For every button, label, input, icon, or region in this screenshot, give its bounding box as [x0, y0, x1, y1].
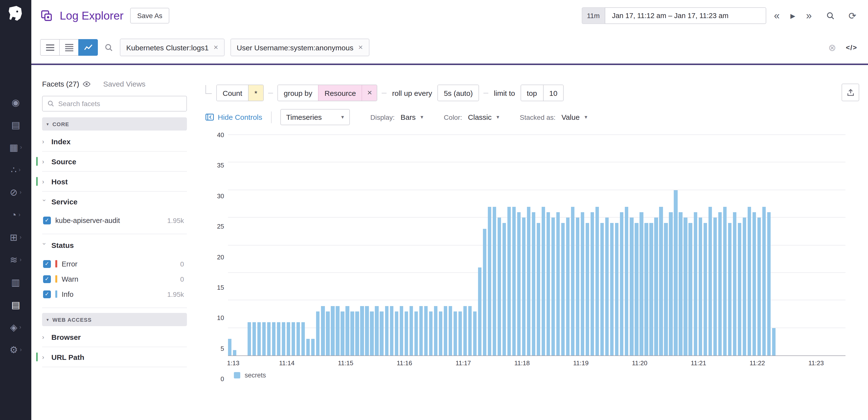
checkbox-checked-icon[interactable]: ✓: [43, 216, 51, 224]
chart-bar: [297, 322, 300, 355]
display-dropdown[interactable]: Bars ▾: [401, 113, 423, 121]
facet-value-row[interactable]: ✓Error0: [43, 256, 185, 271]
filter-chip[interactable]: Kubernetes Cluster:logs1×: [120, 39, 225, 56]
side-by-side-view-button[interactable]: [59, 39, 79, 56]
chart-bar: [483, 229, 486, 355]
limit-mode-button[interactable]: top: [521, 85, 543, 101]
datadog-logo[interactable]: [5, 3, 26, 25]
checkbox-checked-icon[interactable]: ✓: [43, 275, 51, 283]
chart-legend[interactable]: secrets: [228, 371, 845, 379]
facet-row-browser[interactable]: ›Browser: [42, 327, 187, 347]
legend-swatch: [234, 372, 240, 379]
rollup-value-button[interactable]: 5s (auto): [438, 85, 478, 101]
sidebar-item-security[interactable]: ◈›: [0, 321, 31, 333]
stacked-as-dropdown[interactable]: Value ▾: [561, 113, 587, 121]
facet-row-status[interactable]: ›Status: [42, 235, 187, 255]
time-forward-button[interactable]: »: [803, 8, 815, 24]
remove-filter-icon[interactable]: ×: [358, 43, 363, 52]
list-view-button[interactable]: [40, 39, 60, 56]
graph-type-dropdown[interactable]: Timeseries ▾: [280, 109, 350, 125]
count-value-button[interactable]: *: [248, 85, 263, 101]
query-dash: [484, 93, 489, 93]
time-backward-button[interactable]: «: [771, 8, 782, 24]
eye-icon[interactable]: [83, 81, 91, 87]
checkbox-checked-icon[interactable]: ✓: [43, 260, 51, 268]
save-as-button[interactable]: Save As: [130, 8, 169, 24]
tab-saved-views[interactable]: Saved Views: [103, 80, 146, 88]
sidebar-item-logs[interactable]: ▤: [0, 298, 31, 311]
facet-value-count: 1.95k: [167, 290, 185, 298]
x-tick-label: 11:18: [514, 359, 530, 367]
checkbox-checked-icon[interactable]: ✓: [43, 290, 51, 298]
log-explorer-product-icon: [40, 9, 53, 22]
sidebar-item-apm[interactable]: ∴›: [0, 163, 31, 176]
sidebar-item-dashboards[interactable]: ◔›: [0, 208, 31, 221]
sidebar-item-settings[interactable]: ⚙›: [0, 343, 31, 356]
tab-facets[interactable]: Facets (27): [42, 80, 91, 88]
facet-label: Browser: [51, 333, 81, 341]
chart-bar: [689, 223, 692, 355]
sidebar-item-monitors[interactable]: ⊘›: [0, 186, 31, 198]
chart-view-button[interactable]: [78, 39, 98, 56]
chevron-down-icon: ▾: [46, 122, 49, 126]
gridline: [228, 134, 845, 135]
chart-bar: [713, 218, 717, 355]
chart-bar: [762, 206, 766, 355]
facet-row-url-path[interactable]: ›URL Path: [42, 347, 187, 367]
sidebar-item-watchdog[interactable]: ◉: [0, 96, 31, 108]
facet-row-index[interactable]: ›Index: [42, 132, 187, 152]
chevron-right-icon: ›: [41, 199, 48, 204]
chart-bar: [277, 322, 280, 355]
facet-group-label: CORE: [52, 121, 69, 127]
facet-value-row[interactable]: ✓Warn0: [43, 271, 185, 287]
facet-value-row[interactable]: ✓Info1.95k: [43, 287, 185, 302]
clear-search-icon[interactable]: ⊗: [828, 42, 836, 53]
sidebar-item-notebooks[interactable]: ▥: [0, 276, 31, 288]
collapse-panel-icon: [206, 114, 214, 121]
count-button[interactable]: Count: [217, 85, 248, 101]
facet-search-input[interactable]: [58, 100, 182, 107]
sidebar-item-infrastructure[interactable]: ⊞›: [0, 231, 31, 244]
chevron-right-icon: ›: [19, 324, 21, 330]
play-button[interactable]: ▶: [787, 10, 798, 21]
sidebar-item-metrics[interactable]: ▦›: [0, 141, 31, 154]
plot-area[interactable]: [228, 135, 845, 356]
group-by-value-button[interactable]: Resource: [318, 85, 362, 101]
facet-row-host[interactable]: ›Host: [42, 172, 187, 192]
time-range-input[interactable]: Jan 17, 11:12 am – Jan 17, 11:23 am: [604, 7, 766, 24]
hide-controls-link[interactable]: Hide Controls: [206, 113, 262, 121]
chart-bar: [473, 312, 476, 355]
chevron-right-icon: ›: [19, 166, 21, 173]
chevron-right-icon: ›: [42, 158, 47, 165]
search-input[interactable]: [376, 43, 822, 52]
chart-bar: [448, 306, 452, 355]
notebooks-icon: ▥: [11, 278, 20, 287]
code-view-icon[interactable]: </>: [846, 43, 858, 51]
y-axis: 0510152025303540: [206, 135, 228, 379]
zoom-icon[interactable]: [824, 9, 838, 22]
chart-bar: [650, 223, 653, 355]
facet-row-service[interactable]: ›Service: [42, 192, 187, 212]
time-duration-badge[interactable]: 11m: [582, 7, 604, 24]
facet-group-header[interactable]: ▾CORE: [42, 117, 187, 131]
facet-row-source[interactable]: ›Source: [42, 152, 187, 172]
remove-filter-icon[interactable]: ×: [214, 43, 218, 52]
sidebar-item-events[interactable]: ▤: [0, 118, 31, 131]
chart-bar: [561, 223, 565, 355]
limit-value-button[interactable]: 10: [543, 85, 563, 101]
facet-value-label: Error: [62, 260, 77, 268]
remove-group-by-icon[interactable]: ×: [362, 85, 377, 101]
color-dropdown[interactable]: Classic ▾: [468, 113, 499, 121]
chart-bar: [728, 223, 731, 355]
status-color-bar: [55, 260, 57, 267]
facet-group-header[interactable]: ▾WEB ACCESS: [42, 313, 187, 326]
facet-value-row[interactable]: ✓kube-apiserver-audit1.95k: [43, 213, 185, 228]
chart-bar: [571, 206, 575, 355]
refresh-icon[interactable]: ⟳: [845, 8, 859, 23]
group-by-button[interactable]: group by: [278, 85, 318, 101]
chevron-right-icon: ›: [42, 138, 47, 145]
export-button[interactable]: [842, 84, 859, 101]
chart-bar: [723, 206, 726, 355]
filter-chip[interactable]: User Username:system:anonymous×: [230, 39, 369, 56]
sidebar-item-network[interactable]: ≋›: [0, 253, 31, 266]
